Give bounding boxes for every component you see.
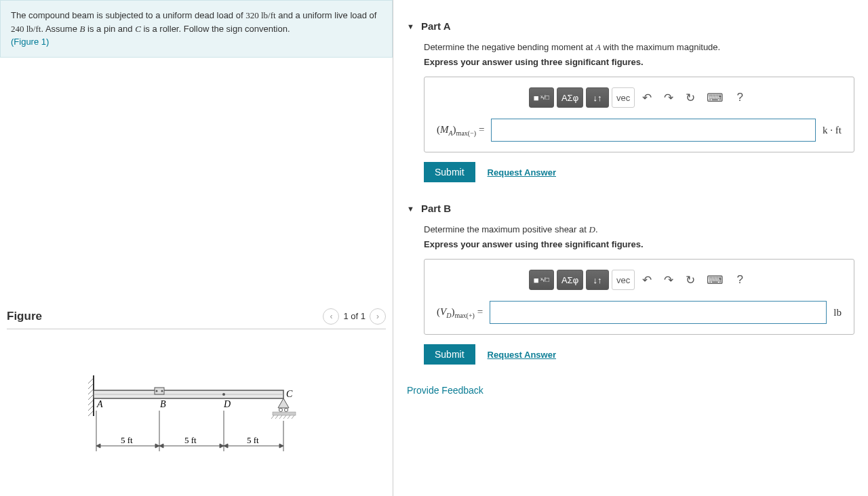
- dim-2: 5 ft: [184, 435, 197, 445]
- label-C: C: [286, 389, 293, 399]
- part-a-submit-button[interactable]: Submit: [424, 162, 475, 182]
- part-b-submit-button[interactable]: Submit: [424, 344, 475, 365]
- svg-rect-17: [273, 412, 296, 415]
- help-button[interactable]: ?: [730, 87, 749, 108]
- text: . Assume: [41, 24, 79, 34]
- part-b-header[interactable]: ▼ Part B: [407, 203, 854, 214]
- svg-line-23: [292, 415, 294, 419]
- text: is a pin and: [85, 24, 135, 34]
- svg-line-22: [288, 415, 290, 419]
- svg-line-7: [88, 411, 94, 416]
- svg-point-15: [279, 408, 282, 411]
- redo-button[interactable]: ↷: [659, 270, 678, 290]
- svg-line-6: [88, 405, 94, 411]
- svg-point-16: [284, 408, 288, 411]
- label-A: A: [96, 399, 103, 409]
- undo-button[interactable]: ↶: [637, 270, 656, 290]
- figure-counter: 1 of 1: [343, 311, 366, 321]
- svg-line-18: [271, 415, 274, 419]
- dim-1: 5 ft: [121, 435, 133, 445]
- svg-line-4: [88, 394, 94, 400]
- undo-button[interactable]: ↶: [637, 87, 656, 108]
- part-a-request-answer-link[interactable]: Request Answer: [488, 167, 556, 178]
- text: The compound beam is subjected to a unif…: [11, 10, 245, 20]
- subsup-button[interactable]: ↓↑: [586, 87, 609, 108]
- roller-label: C: [135, 24, 141, 34]
- help-button[interactable]: ?: [730, 270, 749, 290]
- text: is a roller. Follow the sign convention.: [141, 24, 290, 34]
- redo-button[interactable]: ↷: [659, 87, 678, 108]
- part-b-lhs: (VD)max(+) =: [437, 306, 483, 319]
- keyboard-button[interactable]: ⌨: [703, 87, 728, 108]
- svg-point-13: [161, 390, 163, 392]
- dead-load-value: 320 lb/ft: [245, 10, 275, 20]
- part-a-title: Part A: [421, 20, 451, 32]
- figure-prev-button[interactable]: ‹: [323, 308, 339, 325]
- svg-point-14: [222, 393, 225, 396]
- svg-line-5: [88, 400, 94, 405]
- part-b-request-answer-link[interactable]: Request Answer: [488, 350, 556, 360]
- part-b-instruction: Determine the maximum positive shear at …: [424, 224, 854, 235]
- label-D: D: [223, 399, 231, 409]
- svg-line-19: [275, 415, 278, 419]
- svg-line-20: [279, 415, 282, 419]
- problem-statement: The compound beam is subjected to a unif…: [0, 0, 393, 58]
- svg-point-12: [155, 390, 157, 392]
- part-a-answer-input[interactable]: [491, 119, 816, 142]
- figure-link[interactable]: (Figure 1): [11, 37, 49, 47]
- svg-line-3: [88, 389, 94, 394]
- collapse-icon: ▼: [407, 22, 414, 30]
- collapse-icon: ▼: [407, 205, 414, 213]
- text: and a uniform live load of: [276, 10, 377, 20]
- reset-button[interactable]: ↻: [681, 270, 700, 290]
- figure-diagram: A B D C: [7, 370, 386, 472]
- dim-3: 5 ft: [247, 435, 259, 445]
- figure-title: Figure: [7, 310, 42, 323]
- svg-line-1: [88, 378, 94, 384]
- figure-next-button[interactable]: ›: [370, 308, 386, 325]
- templates-button[interactable]: ■ᵡ√□: [529, 270, 554, 290]
- part-b-answer-box: ■ᵡ√□ ΑΣφ ↓↑ vec ↶ ↷ ↻ ⌨ ? (VD)max(+) = l…: [424, 259, 854, 335]
- reset-button[interactable]: ↻: [681, 87, 700, 108]
- part-b-unit: lb: [833, 307, 842, 318]
- provide-feedback-link[interactable]: Provide Feedback: [407, 385, 854, 396]
- part-a-lhs: (MA)max(−) =: [437, 124, 484, 137]
- part-a-format-hint: Express your answer using three signific…: [424, 57, 854, 67]
- templates-button[interactable]: ■ᵡ√□: [529, 87, 554, 108]
- part-a-unit: k · ft: [823, 125, 842, 136]
- vec-button[interactable]: vec: [612, 87, 635, 108]
- keyboard-button[interactable]: ⌨: [703, 270, 728, 290]
- part-a-header[interactable]: ▼ Part A: [407, 20, 854, 32]
- part-b-answer-input[interactable]: [490, 301, 827, 324]
- greek-button[interactable]: ΑΣφ: [557, 270, 583, 290]
- part-a-instruction: Determine the negative bending moment at…: [424, 42, 854, 53]
- svg-line-2: [88, 384, 94, 389]
- greek-button[interactable]: ΑΣφ: [557, 87, 583, 108]
- vec-button[interactable]: vec: [612, 270, 635, 290]
- part-b-format-hint: Express your answer using three signific…: [424, 239, 854, 249]
- part-b-title: Part B: [421, 203, 451, 214]
- svg-line-21: [283, 415, 286, 419]
- subsup-button[interactable]: ↓↑: [586, 270, 609, 290]
- part-a-answer-box: ■ᵡ√□ ΑΣφ ↓↑ vec ↶ ↷ ↻ ⌨ ? (MA)max(−) = k…: [424, 77, 854, 152]
- label-B: B: [160, 399, 166, 409]
- live-load-value: 240 lb/ft: [11, 24, 41, 34]
